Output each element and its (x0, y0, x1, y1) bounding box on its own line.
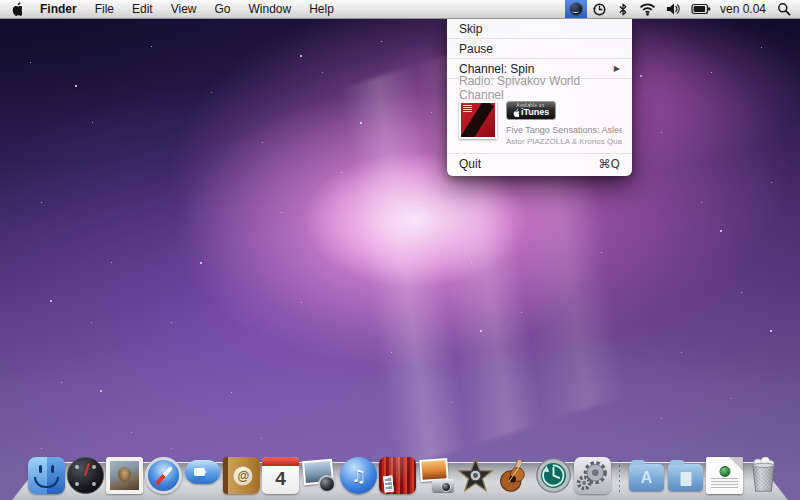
desktop: Finder File Edit View Go Window Help (0, 0, 800, 500)
camera-lens-icon (318, 475, 336, 493)
dock-icon-imovie[interactable] (457, 457, 494, 494)
dock-icon-applications-folder[interactable]: A (628, 457, 665, 494)
menubar-item-edit[interactable]: Edit (123, 0, 162, 18)
dock-icon-image-capture[interactable] (418, 457, 455, 494)
itunes-badge-button[interactable]: Available on iTunes (506, 101, 556, 120)
dock-icon-system-preferences[interactable] (574, 457, 611, 494)
menubar-item-go[interactable]: Go (206, 0, 240, 18)
trash-basket-icon (745, 457, 782, 494)
dock-icon-photo-booth[interactable] (379, 457, 416, 494)
time-machine-clock-icon (535, 457, 572, 494)
music-note-icon: ♫ (351, 466, 366, 486)
menubar-item-window[interactable]: Window (240, 0, 301, 18)
compact-camera-icon (432, 479, 454, 492)
imovie-star-icon (457, 457, 494, 494)
gears-icon (574, 457, 611, 494)
video-camera-icon (194, 468, 205, 476)
dock-icon-document-stack[interactable] (706, 457, 743, 494)
menu-item-radio-channel: Radio: Spivakov World Channel (447, 79, 632, 97)
dock-icon-ical[interactable]: 4 (262, 457, 299, 494)
dock-icon-ichat[interactable] (184, 457, 221, 494)
applications-glyph: A (629, 464, 664, 491)
dock-icon-finder[interactable] (28, 457, 65, 494)
battery-menu-extra[interactable] (686, 0, 716, 18)
spin-radio-menu-extra[interactable] (565, 0, 587, 18)
submenu-arrow-icon: ▶ (614, 64, 620, 73)
apple-icon (512, 109, 519, 117)
itunes-badge-caption: Available on (517, 103, 545, 108)
time-machine-icon (592, 2, 607, 17)
volume-icon (666, 2, 681, 16)
volume-menu-extra[interactable] (661, 0, 686, 18)
menubar-app-name[interactable]: Finder (31, 0, 86, 18)
photo-strip-icon (383, 476, 394, 493)
at-glyph: @ (234, 466, 253, 485)
calendar-day: 4 (262, 466, 299, 492)
now-playing-track: Five Tango Sensations: Asleep ... (506, 125, 622, 135)
dock-icon-garageband[interactable] (496, 457, 533, 494)
document-glyph-icon (680, 472, 691, 486)
bluetooth-menu-extra[interactable] (612, 0, 634, 18)
desktop-wallpaper[interactable] (0, 0, 800, 500)
menubar-item-file[interactable]: File (86, 0, 123, 18)
spin-radio-icon (569, 2, 583, 16)
dock-divider (619, 460, 620, 492)
wifi-menu-extra[interactable] (634, 0, 661, 18)
wifi-icon (639, 2, 656, 16)
guitar-icon (496, 457, 533, 494)
menubar-clock[interactable]: ven 0.04 (716, 2, 772, 16)
itunes-badge-label: iTunes (521, 108, 549, 117)
now-playing-artist: Astor PIAZZOLLA & Kronos Quart... (506, 137, 622, 146)
bluetooth-icon (617, 2, 629, 17)
radio-dropdown-menu: Skip Pause Channel: Spin ▶ Radio: Spivak… (447, 19, 632, 176)
spotlight-menu-extra[interactable] (772, 0, 800, 18)
menu-item-quit[interactable]: Quit ⌘Q (447, 154, 632, 174)
menu-item-pause[interactable]: Pause (447, 39, 632, 58)
dock-icon-trash[interactable] (745, 457, 782, 494)
album-art[interactable] (459, 101, 497, 139)
now-playing-section: Available on iTunes Five Tango Sensation… (447, 97, 632, 153)
dock-icon-iphoto[interactable] (301, 457, 338, 494)
time-machine-menu-extra[interactable] (587, 0, 612, 18)
apple-icon (10, 2, 22, 16)
dock-icon-dashboard[interactable] (67, 457, 104, 494)
apple-menu[interactable] (0, 0, 31, 18)
menubar-item-help[interactable]: Help (300, 0, 343, 18)
dock-icon-mail[interactable] (106, 457, 143, 494)
quit-shortcut: ⌘Q (599, 157, 620, 171)
dock-icon-time-machine[interactable] (535, 457, 572, 494)
dock-icon-address-book[interactable]: @ (223, 457, 260, 494)
battery-icon (691, 3, 711, 15)
menu-bar: Finder File Edit View Go Window Help (0, 0, 800, 19)
dock-icon-documents-folder[interactable] (667, 457, 704, 494)
dock: @ 4 ♫ (0, 438, 800, 500)
spotlight-search-icon (777, 2, 791, 16)
dock-icon-safari[interactable] (145, 457, 182, 494)
menu-item-skip[interactable]: Skip (447, 19, 632, 38)
dock-icon-itunes[interactable]: ♫ (340, 457, 377, 494)
menubar-item-view[interactable]: View (162, 0, 206, 18)
